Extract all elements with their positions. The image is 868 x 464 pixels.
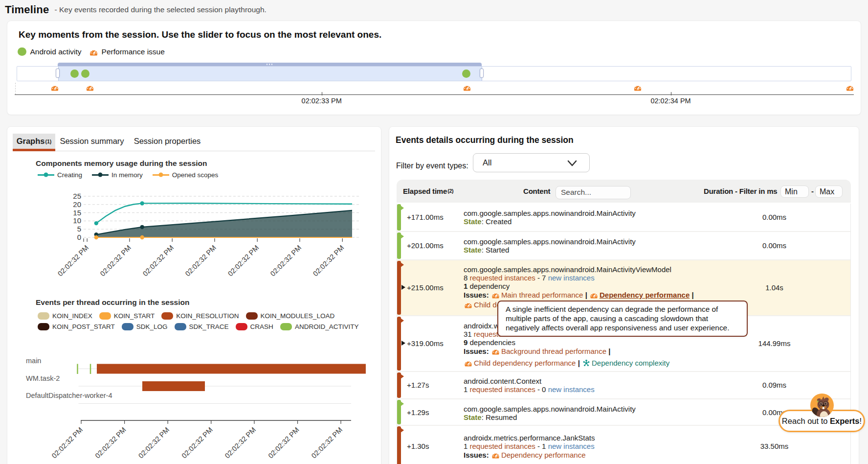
event-link[interactable]: Dependency performance xyxy=(501,451,586,459)
timeline-card: Key moments from the session. Use the sl… xyxy=(7,21,861,115)
memory-chart-title: Components memory usage during the sessi… xyxy=(36,159,207,168)
timeline-legend-item: Android activity xyxy=(18,47,82,56)
event-link[interactable]: new instances xyxy=(548,442,595,450)
performance-issue-event-icon[interactable] xyxy=(846,84,854,91)
android-activity-dot-icon xyxy=(18,47,26,56)
x-axis-tick-label: 02:02:32 PM xyxy=(50,426,84,460)
event-link[interactable]: new instances xyxy=(548,385,595,394)
slider-track[interactable] xyxy=(17,66,851,81)
y-axis-label: 15 xyxy=(73,209,81,217)
event-row[interactable]: +171.00mscom.google.samples.apps.nowinan… xyxy=(397,204,850,231)
thread-legend-item-crash[interactable]: CRASH xyxy=(236,323,273,330)
event-type-select[interactable]: All xyxy=(473,153,590,172)
performance-gauge-icon xyxy=(464,301,472,308)
event-link[interactable]: requested instances xyxy=(470,442,535,450)
series-marker xyxy=(140,225,144,229)
thread-legend-item-koin_start[interactable]: KOIN_START xyxy=(99,312,155,320)
thread-legend-item-koin_post_start[interactable]: KOIN_POST_START xyxy=(38,323,115,330)
slider-handle-left[interactable] xyxy=(56,69,60,78)
event-link[interactable]: Dependency complexity xyxy=(592,359,669,367)
series-marker xyxy=(94,221,98,225)
row-expander-icon[interactable] xyxy=(401,285,405,290)
memory-legend-item[interactable]: In memory xyxy=(92,171,143,179)
performance-gauge-icon xyxy=(634,84,642,91)
event-text: dependency xyxy=(467,282,510,290)
android-activity-event-dot[interactable] xyxy=(70,70,79,78)
beaver-mascot-avatar[interactable] xyxy=(810,394,834,417)
slider-selected-range[interactable] xyxy=(58,67,482,81)
event-link[interactable]: Main thread performance xyxy=(501,291,583,299)
thread-legend-item-android_activity[interactable]: ANDROID_ACTIVITY xyxy=(280,323,359,330)
thread-legend-swatch xyxy=(280,323,292,330)
event-row[interactable]: +1.30sandroidx.metrics.performance.JankS… xyxy=(397,425,850,464)
x-axis-tick-label: 02:02:32 PM xyxy=(267,426,300,460)
performance-issue-event-icon[interactable] xyxy=(86,84,94,91)
event-row[interactable]: +201.00mscom.google.samples.apps.nowinan… xyxy=(397,231,850,259)
thread-bar-WM.task-2[interactable] xyxy=(142,381,205,391)
thread-bar-main[interactable] xyxy=(97,364,366,374)
memory-legend-item[interactable]: Opened scopes xyxy=(153,171,219,179)
thread-chart: mainWM.task-2DefaultDispatcher-worker-40… xyxy=(7,338,382,464)
page-subtitle: - Key events recorded during the selecte… xyxy=(54,5,266,14)
thread-event-tick[interactable] xyxy=(90,364,91,374)
tab-bar: Graphs(1) Session summary Session proper… xyxy=(13,134,375,158)
row-expander-icon[interactable] xyxy=(401,341,405,346)
event-text: 31 xyxy=(464,330,474,338)
event-link[interactable]: Child dependency performance xyxy=(474,359,576,367)
beaver-icon xyxy=(810,394,834,417)
event-link[interactable]: requested instances xyxy=(470,385,535,394)
tab-graphs-label: Graphs xyxy=(17,137,45,146)
x-axis-tick-label: 02:02:32 PM xyxy=(310,426,344,460)
event-link[interactable]: requested instances xyxy=(470,274,535,282)
performance-issue-event-icon[interactable] xyxy=(463,84,471,91)
event-text: | xyxy=(583,291,589,299)
timeline-axis-tick xyxy=(671,92,671,95)
content-search-input[interactable] xyxy=(556,186,631,200)
event-duration: 0.00ms xyxy=(705,232,844,259)
event-link[interactable]: Background thread performance xyxy=(501,347,606,355)
memory-legend-marker xyxy=(92,174,109,176)
thread-legend-item-koin_resolution[interactable]: KOIN_RESOLUTION xyxy=(161,312,239,320)
x-axis-tick-label: 02:02:32 PM xyxy=(184,244,218,278)
event-row[interactable]: +1.27sandroid.content.Context1 requested… xyxy=(397,371,850,399)
event-text: State xyxy=(464,217,482,226)
event-text: | xyxy=(576,359,582,367)
timeline-axis-start-dash xyxy=(15,83,16,94)
performance-issue-event-icon[interactable] xyxy=(51,84,59,91)
event-elapsed-time: +171.00ms xyxy=(407,213,444,221)
thread-legend-item-sdk_log[interactable]: SDK_LOG xyxy=(122,323,168,330)
thread-legend-swatch xyxy=(38,312,49,320)
events-table-header: Elapsed time(2) Content Duration - Filte… xyxy=(397,180,851,203)
event-text: com.google.samples.apps.nowinandroid.Mai… xyxy=(464,405,636,413)
thread-event-tick[interactable] xyxy=(77,364,78,374)
timeline-legend-label: Performance issue xyxy=(102,47,165,56)
slider-selected-top-bar[interactable] xyxy=(58,63,482,66)
dependency-performance-tooltip: A single inefficient dependency can degr… xyxy=(497,301,748,337)
tab-graphs[interactable]: Graphs(1) xyxy=(13,134,55,149)
event-link[interactable]: Child de xyxy=(474,301,501,309)
memory-legend-item[interactable]: Creating xyxy=(38,171,82,179)
series-marker xyxy=(140,201,144,205)
x-axis-tick-label: 02:02:32 PM xyxy=(223,426,257,460)
event-text: : Created xyxy=(482,217,512,226)
performance-gauge-icon xyxy=(89,48,98,56)
thread-legend-item-koin_index[interactable]: KOIN_INDEX xyxy=(38,312,92,320)
performance-issue-event-icon[interactable] xyxy=(634,84,642,91)
event-link[interactable]: new instances xyxy=(548,274,595,282)
duration-max-input[interactable] xyxy=(815,186,843,198)
thread-legend-item-koin_modules_load[interactable]: KOIN_MODULES_LOAD xyxy=(246,312,335,320)
memory-chart: 051015202502:02:32 PM02:02:32 PM02:02:32… xyxy=(7,179,382,297)
duration-min-input[interactable] xyxy=(780,186,809,198)
tab-session-summary[interactable]: Session summary xyxy=(55,134,129,149)
event-text: 1 xyxy=(464,442,470,450)
thread-legend-swatch xyxy=(161,312,173,320)
slider-handle-right[interactable] xyxy=(480,69,484,78)
thread-legend-label: CRASH xyxy=(250,323,273,330)
event-link[interactable]: Dependency performance xyxy=(600,291,690,299)
y-axis-label: 5 xyxy=(77,225,81,233)
memory-legend-marker xyxy=(153,174,169,176)
event-text: com.google.samples.apps.nowinandroid.Mai… xyxy=(464,237,636,246)
thread-legend-item-sdk_trace[interactable]: SDK_TRACE xyxy=(175,323,229,330)
tab-session-properties[interactable]: Session properties xyxy=(129,134,206,149)
event-text: dependencies xyxy=(467,338,515,347)
